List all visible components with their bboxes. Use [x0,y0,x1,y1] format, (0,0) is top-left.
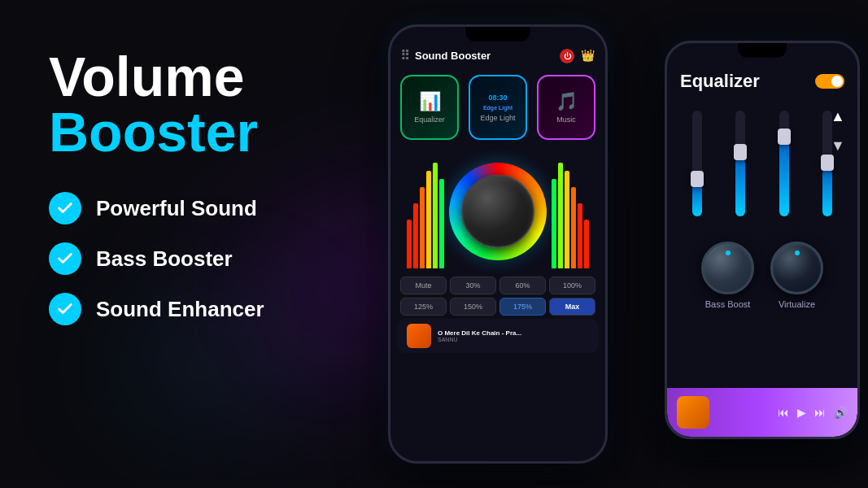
left-section: Volume Booster Powerful Sound Bass Boost… [49,49,390,325]
eq-slider-fill-1 [692,185,702,216]
eq-slider-1[interactable] [692,111,702,216]
bar-2 [413,203,418,268]
knob-bass-boost: Bass Boost [701,242,754,309]
bass-knob-dot [726,251,731,255]
bass-boost-label: Bass Boost [705,299,751,309]
eq-toggle-dot [831,76,843,87]
phone2-notch [738,43,787,58]
edge-card-time: 08:30 [488,94,507,102]
virtualize-label: Virtualize [779,299,815,309]
rbar-5 [578,203,582,268]
np-title: O Mere Dil Ke Chain - Pra... [438,329,589,337]
card-music[interactable]: 🎵 Music [537,75,595,140]
feature-list: Powerful Sound Bass Booster Sound Enhanc… [49,192,390,325]
eq-card-label: Equalizer [414,115,445,124]
bar-5 [433,163,438,268]
viz-area [390,146,605,277]
sb-header: ⠿ Sound Booster ⏻ 👑 [390,41,605,68]
eq-slider-thumb-1[interactable] [691,171,704,187]
virt-knob-dot [795,251,800,255]
cards-row: 📊 Equalizer 08:30 Edge Light Edge Light … [390,68,605,146]
feature-label-3: Sound Enhancer [96,297,264,322]
eq-arrow-up[interactable]: ▲ [827,105,849,128]
p2-playback-controls: ⏮ ▶ ⏭ 🔊 [778,406,848,419]
vol-btn-mute[interactable]: Mute [400,277,447,294]
np-info: O Mere Dil Ke Chain - Pra... SANNU [438,329,589,342]
vol-buttons-row1: Mute 30% 60% 100% [390,277,605,294]
feature-powerful-sound: Powerful Sound [49,192,390,224]
feature-bass-booster: Bass Booster [49,242,390,275]
sb-dots-icon: ⠿ [400,48,410,63]
prev-btn[interactable]: ⏮ [778,406,789,419]
rbar-4 [571,187,576,268]
edge-card-label: Edge Light [480,114,515,122]
phone1-notch [465,27,530,41]
virtualize-knob[interactable] [770,242,823,294]
check-icon-3 [49,293,81,325]
feature-sound-enhancer: Sound Enhancer [49,293,390,325]
eq-slider-fill-3 [779,142,789,216]
phone2-bottom-strip: ⏮ ▶ ⏭ 🔊 [667,388,857,437]
card-equalizer[interactable]: 📊 Equalizer [400,75,459,140]
title-volume: Volume [49,49,390,104]
feature-label-2: Bass Booster [96,246,233,272]
viz-bars-left [407,155,444,268]
eq-slider-thumb-2[interactable] [734,144,747,160]
vol-btn-60[interactable]: 60% [499,277,546,294]
knob-ring [449,163,547,260]
bar-1 [407,220,412,268]
eq-slider-2[interactable] [735,111,745,216]
crown-icon: 👑 [581,49,595,63]
check-icon-1 [49,192,81,224]
knob-inner [461,175,534,248]
vol-btn-30[interactable]: 30% [450,277,496,294]
knob-virtualize: Virtualize [770,242,823,309]
edge-card-sublabel: Edge Light [483,105,513,111]
eq-slider-fill-4 [822,169,832,217]
eq-card-icon: 📊 [419,91,441,112]
sb-header-icons: ⏻ 👑 [560,49,595,63]
volume-btn[interactable]: 🔊 [834,406,848,419]
check-icon-2 [49,242,81,275]
eq-toggle[interactable] [815,74,844,89]
np-artist: SANNU [438,337,589,342]
eq-header: Equalizer [667,58,857,98]
music-card-label: Music [556,115,576,124]
vol-btn-125[interactable]: 125% [400,298,447,316]
vol-btn-150[interactable]: 150% [450,298,496,316]
volume-knob[interactable] [449,163,547,260]
bass-boost-knob[interactable] [701,242,754,294]
phones-container: ⠿ Sound Booster ⏻ 👑 📊 Equalizer 08:30 Ed… [364,0,868,488]
feature-label-1: Powerful Sound [96,196,257,221]
power-icon[interactable]: ⏻ [560,49,574,63]
card-edge-light[interactable]: 08:30 Edge Light Edge Light [469,75,527,140]
rbar-3 [565,171,569,268]
eq-slider-fill-2 [735,159,745,217]
eq-arrows: ▲ ▼ [827,105,849,157]
vol-btn-100[interactable]: 100% [549,277,595,294]
np-thumbnail [407,324,431,348]
bar-6 [439,179,444,268]
rbar-6 [584,220,589,268]
bar-4 [426,171,431,268]
eq-arrow-down[interactable]: ▼ [827,134,849,157]
bar-3 [420,187,425,268]
next-btn[interactable]: ⏭ [814,406,826,419]
eq-slider-3[interactable] [779,111,789,216]
viz-bars-right [552,155,589,268]
eq-title: Equalizer [680,71,760,92]
title-booster: Booster [49,104,390,159]
vol-btn-175[interactable]: 175% [499,298,546,316]
p2-thumb [677,396,709,429]
eq-sliders: ▲ ▼ [667,98,857,229]
play-btn[interactable]: ▶ [797,406,806,419]
vol-btn-max[interactable]: Max [549,298,595,316]
now-playing: O Mere Dil Ke Chain - Pra... SANNU [397,319,599,353]
eq-slider-thumb-4[interactable] [821,155,834,171]
phone1-sound-booster: ⠿ Sound Booster ⏻ 👑 📊 Equalizer 08:30 Ed… [388,24,608,464]
phone2-equalizer: Equalizer [665,41,860,439]
sb-title: ⠿ Sound Booster [400,48,491,63]
eq-slider-thumb-3[interactable] [778,129,791,145]
music-card-icon: 🎵 [556,91,578,112]
rbar-2 [558,163,563,268]
